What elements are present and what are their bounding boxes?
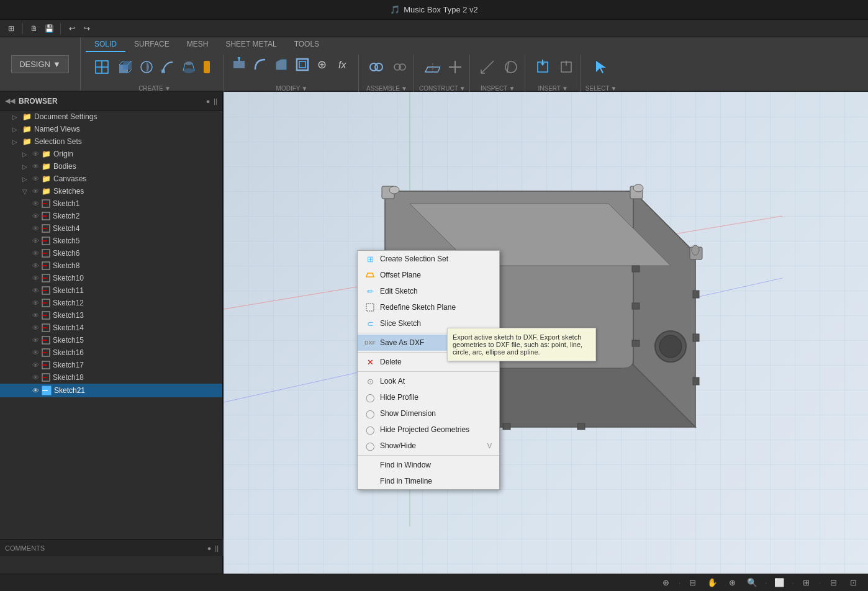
ctx-hide-profile[interactable]: ◯ Hide Profile [358, 389, 499, 405]
ctx-find-in-timeline[interactable]: Find in Timeline [358, 473, 499, 489]
browser-item-sketch4[interactable]: 👁 Sketch4 [0, 222, 222, 235]
zoom-minus-btn[interactable]: 🔍 [745, 575, 760, 590]
browser-item-sketch12[interactable]: 👁 Sketch12 [0, 297, 222, 309]
undo-icon[interactable]: ↩ [66, 22, 78, 35]
fillet2-button[interactable] [250, 55, 270, 74]
construct-label[interactable]: CONSTRUCT ▼ [419, 85, 466, 92]
ctx-redefine-sketch-plane[interactable]: Redefine Sketch Plane [358, 299, 499, 315]
tooltip-text: Export active sketch to DXF. Export sket… [453, 333, 582, 356]
ctx-show-dimension[interactable]: ◯ Show Dimension [358, 405, 499, 422]
design-button[interactable]: DESIGN ▼ [11, 55, 69, 73]
layout-btn[interactable]: ⊟ [826, 575, 841, 590]
measure-button[interactable] [475, 55, 500, 79]
browser-item-sketch5[interactable]: 👁 Sketch5 [0, 235, 222, 247]
browser-item-sketch6[interactable]: 👁 Sketch6 [0, 247, 222, 259]
browser-item-canvases[interactable]: ▷ 👁 📁 Canvases [0, 173, 222, 185]
loft-button[interactable] [179, 57, 199, 77]
new-file-icon[interactable]: 🗎 [28, 22, 40, 35]
grid-menu-icon[interactable]: ⊞ [5, 22, 17, 35]
ctx-edit-sketch[interactable]: ✏ Edit Sketch [358, 283, 499, 299]
ctx-look-at[interactable]: ⊙ Look At [358, 373, 499, 389]
toolbar: DESIGN ▼ SOLID SURFACE MESH SHEET METAL … [0, 37, 868, 92]
select-button[interactable] [589, 55, 613, 79]
inspect-label[interactable]: INSPECT ▼ [481, 85, 515, 92]
zoom-plus-btn[interactable]: ⊕ [725, 575, 740, 590]
revolve-button[interactable] [137, 57, 156, 77]
save-icon[interactable]: 💾 [43, 22, 55, 35]
grid-btn[interactable]: ⊞ [799, 575, 814, 590]
eye-icon: 👁 [32, 312, 39, 319]
browser-item-named-views[interactable]: ▷ 📁 Named Views [0, 123, 222, 135]
select-label[interactable]: SELECT ▼ [585, 85, 617, 92]
tab-surface[interactable]: SURFACE [125, 37, 178, 52]
insert2-button[interactable] [556, 57, 576, 77]
construct-buttons [419, 55, 465, 79]
create-label[interactable]: CREATE ▼ [138, 85, 171, 92]
fillet-button[interactable] [200, 57, 220, 77]
browser-item-sketch8[interactable]: 👁 Sketch8 [0, 259, 222, 272]
view-cube-btn[interactable]: ⬜ [772, 575, 787, 590]
sketch-icon [42, 361, 50, 369]
shell-button[interactable] [292, 55, 312, 74]
browser-item-sketch15[interactable]: 👁 Sketch15 [0, 334, 222, 346]
zebra-button[interactable] [501, 57, 521, 77]
extrude-button[interactable] [115, 57, 135, 77]
comments-label: COMMENTS [5, 544, 45, 552]
tab-mesh[interactable]: MESH [178, 37, 217, 52]
browser-item-sketch14[interactable]: 👁 Sketch14 [0, 322, 222, 334]
orbit-status-btn[interactable]: ✋ [705, 575, 720, 590]
svg-rect-15 [233, 61, 245, 68]
svg-rect-92 [632, 303, 640, 309]
ctx-show-hide[interactable]: ◯ Show/Hide V [358, 438, 499, 454]
press-pull-button[interactable] [229, 55, 249, 74]
joint-button[interactable] [364, 55, 389, 79]
tab-tools[interactable]: TOOLS [286, 37, 328, 52]
browser-item-sketch21[interactable]: 👁 Sketch21 [0, 384, 222, 397]
design-dropdown[interactable]: DESIGN ▼ [0, 37, 81, 91]
modify-label[interactable]: MODIFY ▼ [276, 85, 308, 92]
browser-item-sketch17[interactable]: 👁 Sketch17 [0, 359, 222, 371]
ctx-offset-plane[interactable]: Offset Plane [358, 267, 499, 283]
tab-sheet-metal[interactable]: SHEET METAL [217, 37, 285, 52]
eye-icon: 👁 [32, 187, 39, 195]
viewport[interactable]: ⊞ Create Selection Set Offset Plane ✏ Ed… [224, 92, 868, 574]
menu-separator [22, 23, 23, 34]
fx-button[interactable]: fx [335, 55, 355, 74]
insert-button[interactable] [530, 55, 555, 79]
plane-button[interactable] [419, 55, 444, 79]
new-component-button[interactable] [89, 55, 114, 79]
joint2-button[interactable] [390, 57, 410, 77]
browser-item-sketch11[interactable]: 👁 Sketch11 [0, 284, 222, 297]
browser-item-selection-sets[interactable]: ▷ 📁 Selection Sets [0, 135, 222, 148]
browser-item-sketch18[interactable]: 👁 Sketch18 [0, 371, 222, 384]
move-button[interactable]: ⊕ [314, 55, 333, 74]
eye-icon: 👁 [32, 324, 39, 332]
browser-item-doc-settings[interactable]: ▷ 📁 Document Settings [0, 111, 222, 123]
browser-item-sketch1[interactable]: 👁 Sketch1 [0, 197, 222, 210]
eye-icon: 👁 [32, 349, 39, 356]
browser-item-sketch2[interactable]: 👁 Sketch2 [0, 210, 222, 222]
svg-rect-93 [632, 340, 640, 346]
panel-btn[interactable]: ⊡ [846, 575, 861, 590]
redo-icon[interactable]: ↪ [81, 22, 93, 35]
ctx-find-in-window[interactable]: Find in Window [358, 457, 499, 473]
ctx-create-selection-set[interactable]: ⊞ Create Selection Set [358, 251, 499, 267]
assemble-label[interactable]: ASSEMBLE ▼ [366, 85, 407, 92]
insert-label[interactable]: INSERT ▼ [538, 85, 567, 92]
browser-item-origin[interactable]: ▷ 👁 📁 Origin [0, 148, 222, 160]
sweep-button[interactable] [158, 57, 178, 77]
browser-item-sketch13[interactable]: 👁 Sketch13 [0, 309, 222, 322]
toolbar-buttons: CREATE ▼ [81, 52, 868, 94]
browser-item-sketch16[interactable]: 👁 Sketch16 [0, 346, 222, 359]
browser-item-sketches[interactable]: ▽ 👁 📁 Sketches [0, 185, 222, 197]
chamfer-button[interactable] [271, 55, 291, 74]
copy-status-btn[interactable]: ⊟ [685, 575, 700, 590]
tab-solid[interactable]: SOLID [86, 37, 125, 52]
axis-button[interactable] [445, 57, 465, 77]
browser-item-bodies[interactable]: ▷ 👁 📁 Bodies [0, 160, 222, 173]
sketch12-label: Sketch12 [53, 299, 84, 307]
eye-icon: 👁 [32, 175, 39, 183]
ctx-hide-proj-geo[interactable]: ◯ Hide Projected Geometries [358, 422, 499, 438]
browser-item-sketch10[interactable]: 👁 Sketch10 [0, 272, 222, 284]
move-status-btn[interactable]: ⊕ [659, 575, 674, 590]
